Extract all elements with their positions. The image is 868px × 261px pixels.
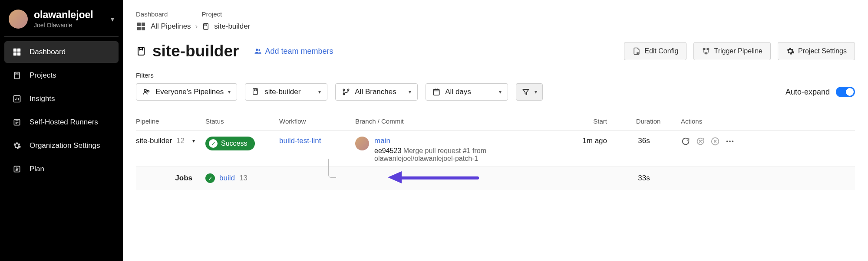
sidebar-item-label: Projects xyxy=(30,71,56,80)
jobs-label: Jobs xyxy=(136,174,205,183)
branch-link[interactable]: main xyxy=(374,137,390,145)
filter-advanced[interactable]: ▾ xyxy=(516,83,543,101)
tree-connector xyxy=(328,159,336,178)
svg-point-16 xyxy=(637,52,638,54)
caret-down-icon: ▾ xyxy=(192,138,195,144)
filter-branches[interactable]: All Branches ▾ xyxy=(335,83,418,101)
svg-point-25 xyxy=(343,93,345,95)
avatar xyxy=(9,10,28,29)
filter-project[interactable]: site-builder ▾ xyxy=(245,83,327,101)
trigger-pipeline-button[interactable]: Trigger Pipeline xyxy=(693,42,770,60)
table-header: Pipeline Status Workflow Branch / Commit… xyxy=(136,112,855,130)
edit-config-button[interactable]: Edit Config xyxy=(624,42,686,60)
sidebar-item-dashboard[interactable]: Dashboard xyxy=(4,41,119,63)
svg-rect-10 xyxy=(137,27,141,30)
col-branch: Branch / Commit xyxy=(355,117,529,125)
user-handle: olawanlejoel xyxy=(34,10,107,20)
sidebar: olawanlejoel Joel Olawanle ▾ Dashboard P… xyxy=(0,0,123,261)
col-actions: Actions xyxy=(681,117,746,125)
status-badge[interactable]: ✓ Success xyxy=(205,137,255,150)
svg-point-15 xyxy=(259,49,261,51)
auto-expand-label: Auto-expand xyxy=(785,88,830,97)
caret-down-icon: ▾ xyxy=(535,89,537,95)
caret-down-icon: ▾ xyxy=(228,89,231,95)
bookmark-icon xyxy=(136,45,146,57)
annotation-arrow xyxy=(388,173,479,181)
sidebar-item-label: Self-Hosted Runners xyxy=(30,118,98,127)
pipeline-row: site-builder 12 ▾ ✓ Success build-test-l… xyxy=(136,130,855,166)
crumb-project-name[interactable]: site-builder xyxy=(214,22,250,31)
sidebar-item-org-settings[interactable]: Organization Settings xyxy=(4,135,119,157)
start-time: 1m ago xyxy=(529,137,616,145)
file-gear-icon xyxy=(632,47,641,55)
pipeline-name-cell[interactable]: site-builder 12 ▾ xyxy=(136,137,205,145)
page-title: site-builder xyxy=(152,42,239,60)
avatar xyxy=(355,137,369,150)
crumb-all-pipelines[interactable]: All Pipelines xyxy=(151,22,191,31)
dollar-icon xyxy=(12,164,22,174)
filter-days[interactable]: All days ▾ xyxy=(426,83,508,101)
svg-point-14 xyxy=(256,49,258,51)
jobs-row: Jobs ✓ build 13 33s xyxy=(136,166,855,190)
col-start: Start xyxy=(529,117,616,125)
sidebar-item-projects[interactable]: Projects xyxy=(4,65,119,86)
job-duration: 33s xyxy=(616,174,681,183)
svg-rect-26 xyxy=(434,89,439,95)
sidebar-item-plan[interactable]: Plan xyxy=(4,158,119,180)
svg-point-17 xyxy=(703,48,705,49)
svg-rect-0 xyxy=(13,49,17,52)
svg-rect-1 xyxy=(17,49,20,52)
crumb-dashboard-label: Dashboard xyxy=(136,10,168,18)
svg-point-30 xyxy=(732,140,734,142)
project-settings-button[interactable]: Project Settings xyxy=(778,42,855,60)
col-workflow: Workflow xyxy=(279,117,355,125)
filters-label: Filters xyxy=(136,72,855,79)
svg-point-18 xyxy=(708,48,709,49)
svg-rect-22 xyxy=(253,88,258,95)
pipeline-icon xyxy=(702,47,710,55)
crumb-project-label: Project xyxy=(202,10,222,18)
auto-expand-control: Auto-expand xyxy=(785,87,855,97)
add-members-label: Add team members xyxy=(265,47,333,56)
bookmark-icon xyxy=(12,71,22,80)
sidebar-item-label: Dashboard xyxy=(30,48,66,56)
user-fullname: Joel Olawanle xyxy=(34,22,107,29)
col-status: Status xyxy=(205,117,279,125)
sidebar-item-label: Organization Settings xyxy=(30,141,100,150)
breadcrumb: All Pipelines › site-builder xyxy=(136,21,855,32)
rerun-failed-icon[interactable] xyxy=(696,137,704,145)
server-icon xyxy=(12,117,22,127)
svg-point-24 xyxy=(348,89,349,90)
grid-icon xyxy=(12,47,22,57)
chevron-right-icon: › xyxy=(195,22,198,31)
duration: 36s xyxy=(616,137,681,145)
filter-pipelines[interactable]: Everyone's Pipelines ▾ xyxy=(136,83,237,101)
svg-point-21 xyxy=(147,90,149,92)
svg-rect-8 xyxy=(137,23,141,26)
commit-hash[interactable]: ee94523 xyxy=(374,147,401,154)
gear-icon xyxy=(12,141,22,150)
calendar-icon xyxy=(432,88,441,96)
check-circle-icon: ✓ xyxy=(205,173,215,183)
sidebar-item-insights[interactable]: Insights xyxy=(4,88,119,110)
chevron-down-icon: ▾ xyxy=(111,15,114,23)
svg-rect-9 xyxy=(142,23,145,26)
auto-expand-toggle[interactable] xyxy=(836,87,855,97)
svg-rect-12 xyxy=(204,23,208,29)
svg-rect-4 xyxy=(14,72,20,79)
org-switcher[interactable]: olawanlejoel Joel Olawanle ▾ xyxy=(4,8,119,37)
check-icon: ✓ xyxy=(209,139,218,148)
workflow-link[interactable]: build-test-lint xyxy=(279,137,321,145)
gear-icon xyxy=(786,47,795,55)
bookmark-icon xyxy=(251,88,260,96)
cancel-icon[interactable] xyxy=(710,137,719,145)
pipelines-icon xyxy=(136,21,146,32)
caret-down-icon: ▾ xyxy=(409,89,411,95)
job-cell[interactable]: ✓ build 13 xyxy=(205,173,279,183)
rerun-icon[interactable] xyxy=(681,137,690,145)
job-link[interactable]: build xyxy=(219,174,235,183)
svg-rect-11 xyxy=(142,27,145,30)
sidebar-item-runners[interactable]: Self-Hosted Runners xyxy=(4,111,119,133)
add-team-members-link[interactable]: Add team members xyxy=(254,47,333,56)
more-icon[interactable] xyxy=(725,137,734,145)
